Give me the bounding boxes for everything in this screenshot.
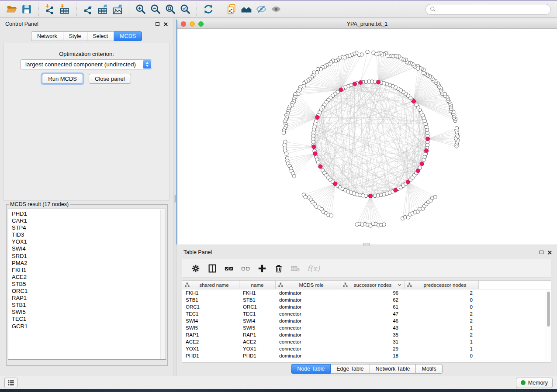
mcds-result-item[interactable]: PHD1 <box>12 210 166 217</box>
table-row[interactable]: ACE2ACE2connector311 <box>182 338 551 345</box>
tab-mcds[interactable]: MCDS <box>114 31 142 41</box>
table-tab-network-table[interactable]: Network Table <box>370 364 416 374</box>
node-table[interactable]: shared namenameMCDS rolesuccessor nodesp… <box>182 280 551 363</box>
table-row[interactable]: TEC1TEC1connector472 <box>182 310 551 317</box>
mcds-result-item[interactable]: STB1 <box>12 302 166 309</box>
import-table-icon <box>59 3 70 15</box>
table-header-row: shared namenameMCDS rolesuccessor nodesp… <box>182 281 551 289</box>
delete-rows-button[interactable] <box>270 261 287 276</box>
mcds-result-item[interactable]: YOX1 <box>12 238 166 245</box>
mcds-result-item[interactable]: PMA2 <box>12 260 166 267</box>
close-panel-icon[interactable] <box>164 22 168 26</box>
cell-predecessor_nodes: 0 <box>405 297 479 303</box>
import-table-button[interactable] <box>57 2 72 16</box>
mcds-result-item[interactable]: ACE2 <box>12 274 166 281</box>
tab-select[interactable]: Select <box>87 31 114 41</box>
mcds-result-item[interactable]: SRD1 <box>12 253 166 260</box>
show-all-button[interactable] <box>269 2 284 16</box>
split-divider-grip[interactable] <box>363 243 370 246</box>
float-panel-icon[interactable] <box>540 251 543 254</box>
column-header-name[interactable]: name <box>239 281 276 289</box>
cell-successor_nodes: 18 <box>340 353 405 358</box>
deselect-all-button[interactable] <box>237 261 254 276</box>
memory-button[interactable]: Memory <box>516 378 553 388</box>
table-tab-motifs[interactable]: Motifs <box>416 364 442 374</box>
close-panel-icon[interactable] <box>548 251 552 254</box>
close-panel-button[interactable]: Close panel <box>89 74 131 84</box>
table-row[interactable]: PHD1PHD1dominator180 <box>182 352 551 359</box>
cell-name: SWI4 <box>239 318 276 323</box>
hide-selected-button[interactable] <box>254 2 269 16</box>
mcds-panel-body: Optimization criterion: largest connecte… <box>3 43 170 201</box>
search-input[interactable] <box>438 6 547 13</box>
mcds-result-item[interactable]: RAP1 <box>12 295 166 302</box>
table-row[interactable]: ORC1ORC1dominator610 <box>182 303 551 310</box>
table-row[interactable]: YOX1YOX1connector291 <box>182 345 551 352</box>
table-tab-node-table[interactable]: Node Table <box>291 364 331 374</box>
export-network-button[interactable] <box>80 2 95 16</box>
mcds-result-item[interactable]: TID3 <box>12 231 166 238</box>
column-header-MCDS-role[interactable]: MCDS role <box>276 281 340 289</box>
table-row[interactable]: STB1STB1dominator620 <box>182 296 551 303</box>
mcds-result-item[interactable]: ORC1 <box>12 288 166 295</box>
first-neighbors-button[interactable] <box>239 2 254 16</box>
table-row[interactable]: RAP1RAP1dominator352 <box>182 331 551 338</box>
column-type-icon <box>278 282 283 287</box>
column-header-successor-nodes[interactable]: successor nodes <box>340 281 405 289</box>
float-panel-icon[interactable] <box>156 22 159 26</box>
mcds-result-item[interactable]: SWI5 <box>12 309 166 316</box>
column-header-predecessor-nodes[interactable]: predecessor nodes <box>405 281 479 289</box>
cell-shared_name: YOX1 <box>182 346 239 351</box>
export-table-button[interactable] <box>95 2 110 16</box>
tab-style[interactable]: Style <box>63 31 87 41</box>
panel-divider[interactable] <box>173 18 176 376</box>
show-columns-button[interactable] <box>204 261 221 276</box>
mcds-list-scrollbar[interactable] <box>160 210 165 359</box>
table-row[interactable]: SWI4SWI4dominator462 <box>182 317 551 324</box>
table-scrollbar[interactable] <box>546 290 551 362</box>
mcds-result-item[interactable]: STP4 <box>12 224 166 231</box>
mcds-result-item[interactable]: CAR1 <box>12 217 166 224</box>
tab-network[interactable]: Network <box>31 31 63 41</box>
mcds-result-item[interactable]: TEC1 <box>12 316 166 323</box>
new-network-from-selection-button[interactable] <box>224 2 239 16</box>
network-graph[interactable] <box>177 29 557 244</box>
table-tab-edge-table[interactable]: Edge Table <box>331 364 370 374</box>
cell-name: STB1 <box>239 297 276 303</box>
table-row[interactable]: FKH1FKH1dominator962 <box>182 289 551 296</box>
panel-divider-grip[interactable] <box>174 195 176 203</box>
network-canvas[interactable] <box>177 29 557 244</box>
network-window-titlebar[interactable]: YPA_prune.txt_1 <box>177 20 557 29</box>
export-image-button[interactable] <box>110 2 125 16</box>
run-mcds-button[interactable]: Run MCDS <box>42 74 83 84</box>
cell-predecessor_nodes: 0 <box>405 353 479 358</box>
right-region: YPA_prune.txt_1 Table Panel <box>176 18 557 376</box>
zoom-in-button[interactable] <box>133 2 148 16</box>
open-file-button[interactable] <box>4 2 19 16</box>
zoom-fit-button[interactable] <box>163 2 178 16</box>
refresh-button[interactable] <box>201 2 216 16</box>
save-session-button[interactable] <box>19 2 34 16</box>
cell-name: FKH1 <box>239 290 276 296</box>
mcds-result-item[interactable]: SWI4 <box>12 245 166 252</box>
zoom-out-button[interactable] <box>148 2 163 16</box>
mcds-result-item[interactable]: STB5 <box>12 281 166 288</box>
new-network-from-selection-icon <box>226 3 237 15</box>
zoom-fit-icon <box>165 3 176 15</box>
criterion-dropdown[interactable]: largest connected component (undirected) <box>20 59 152 69</box>
zoom-selected-button[interactable] <box>178 2 193 16</box>
table-row[interactable]: SWI5SWI5connector431 <box>182 324 551 331</box>
mcds-result-list[interactable]: PHD1CAR1STP4TID3YOX1SWI4SRD1PMA2FKH1ACE2… <box>8 209 166 360</box>
import-network-button[interactable] <box>42 2 57 16</box>
table-panel-titlebar: Table Panel <box>176 247 557 258</box>
search-box[interactable] <box>426 4 551 15</box>
mcds-result-item[interactable]: GCR1 <box>12 323 166 330</box>
select-all-button[interactable] <box>221 261 237 276</box>
show-all-icon <box>270 3 282 15</box>
mcds-result-item[interactable]: FKH1 <box>12 267 166 274</box>
table-settings-button[interactable] <box>187 261 204 276</box>
task-history-button[interactable] <box>4 378 17 388</box>
table-scrollbar-thumb[interactable] <box>547 292 550 327</box>
column-header-shared-name[interactable]: shared name <box>182 281 239 289</box>
create-column-button[interactable] <box>254 261 270 276</box>
